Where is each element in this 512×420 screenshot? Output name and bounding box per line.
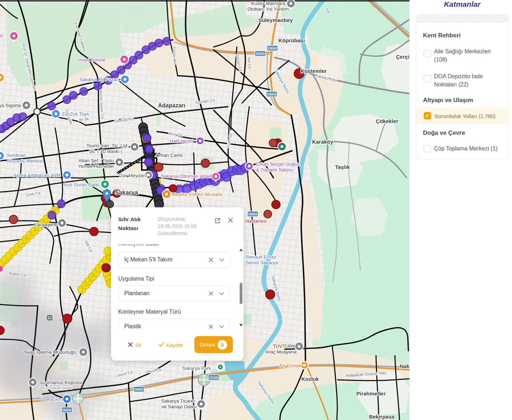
svg-text:Justinianus Köprüsü: Justinianus Köprüsü xyxy=(39,380,83,385)
svg-text:Kozluk: Kozluk xyxy=(301,376,319,382)
svg-text:Adapazarı: Adapazarı xyxy=(158,102,185,108)
svg-text:Karaagene: Karaagene xyxy=(34,222,57,227)
svg-text:Altan Şef - Toplu: Altan Şef - Toplu xyxy=(79,158,114,163)
svg-text:Bekirpasa: Bekirpasa xyxy=(369,414,395,420)
svg-text:Servis Sakarya: Servis Sakarya xyxy=(246,260,278,265)
svg-text:Meşhur Köfteci Mustafa: Meşhur Köfteci Mustafa xyxy=(172,192,222,197)
svg-text:Gar Meydanı: Gar Meydanı xyxy=(119,173,147,178)
svg-text:D650: D650 xyxy=(248,212,257,216)
svg-text:otel: otel xyxy=(0,33,3,38)
svg-text:Alışveriş Merkezi: Alışveriş Merkezi xyxy=(7,158,43,164)
svg-text:Renault Ernaz: Renault Ernaz xyxy=(246,254,276,260)
svg-text:D650: D650 xyxy=(268,46,277,50)
svg-text:Hotel Bonvie: Hotel Bonvie xyxy=(78,57,105,63)
svg-text:Nak: Nak xyxy=(399,363,409,369)
svg-text:Sakarya: Sakarya xyxy=(115,189,138,196)
svg-text:Serdivan: Serdivan xyxy=(7,153,26,158)
svg-text:ve Sanayi Odası: ve Sanayi Odası xyxy=(161,404,197,409)
svg-text:Sakarya Park: Sakarya Park xyxy=(182,366,211,371)
svg-text:Agora Adapazarı AVM: Agora Adapazarı AVM xyxy=(14,172,61,178)
svg-text:Sakarya Ottoman Hotel: Sakarya Ottoman Hotel xyxy=(161,174,211,179)
svg-text:D650: D650 xyxy=(267,92,276,96)
svg-text:TÜVTÜRK: TÜVTÜRK xyxy=(273,344,296,349)
svg-text:Sakarya Bit Pazarı: Sakarya Bit Pazarı xyxy=(79,77,119,82)
svg-text:Pirahmetler: Pirahmetler xyxy=(356,390,386,397)
svg-text:Opel Ekim: Opel Ekim xyxy=(41,397,63,402)
svg-text:Teiaş İşletme Müdürlüğü: Teiaş İşletme Müdürlüğü xyxy=(24,350,76,355)
svg-text:Araç Muayene...: Araç Muayene... xyxy=(266,349,301,355)
svg-text:Çökekler: Çökekler xyxy=(376,118,398,124)
svg-text:Pir Ekmek: Pir Ekmek xyxy=(279,363,302,368)
svg-text:Köprübaşı: Köprübaşı xyxy=(278,37,305,43)
svg-text:D650: D650 xyxy=(134,387,143,392)
svg-text:Sakarya Ticaret: Sakarya Ticaret xyxy=(161,398,195,404)
svg-text:Aziz Duran Parkı: Aziz Duran Parkı xyxy=(63,182,99,187)
svg-text:Hastanesi: Hastanesi xyxy=(245,218,267,224)
svg-text:Kuzey Marmara: Kuzey Marmara xyxy=(251,1,285,6)
svg-text:D020: D020 xyxy=(256,52,265,56)
svg-text:Çerçi: Çerçi xyxy=(396,54,409,60)
svg-text:Taşlık: Taşlık xyxy=(335,164,350,170)
svg-text:D650: D650 xyxy=(62,408,71,412)
svg-text:Yemek Hizmetler: Yemek Hizmetler xyxy=(78,164,114,169)
svg-text:ya Sigorta: ya Sigorta xyxy=(0,103,21,108)
svg-text:Erkan Sezgin Düğün: Erkan Sezgin Düğün xyxy=(256,161,300,167)
svg-text:Şti. | 3D Baskı |...: Şti. | 3D Baskı |... xyxy=(89,149,126,154)
svg-text:& Toplantı Salonu: & Toplantı Salonu xyxy=(256,167,294,172)
svg-text:Orhan Camii: Orhan Camii xyxy=(156,153,183,158)
svg-text:Geçici olarak kapalı: Geçici olarak kapalı xyxy=(38,386,72,390)
svg-text:Halit beşiril: Halit beşiril xyxy=(170,138,193,144)
svg-text:Karaköy: Karaköy xyxy=(312,139,333,145)
svg-text:D100: D100 xyxy=(209,376,218,380)
svg-text:Otobanı Yol Yardım: Otobanı Yol Yardım xyxy=(247,6,289,12)
svg-text:Süleymanbey: Süleymanbey xyxy=(258,17,293,23)
svg-text:Touris San. Tic. Ltd.: Touris San. Tic. Ltd. xyxy=(87,143,129,148)
svg-text:Küstemler: Küstemler xyxy=(301,68,327,74)
